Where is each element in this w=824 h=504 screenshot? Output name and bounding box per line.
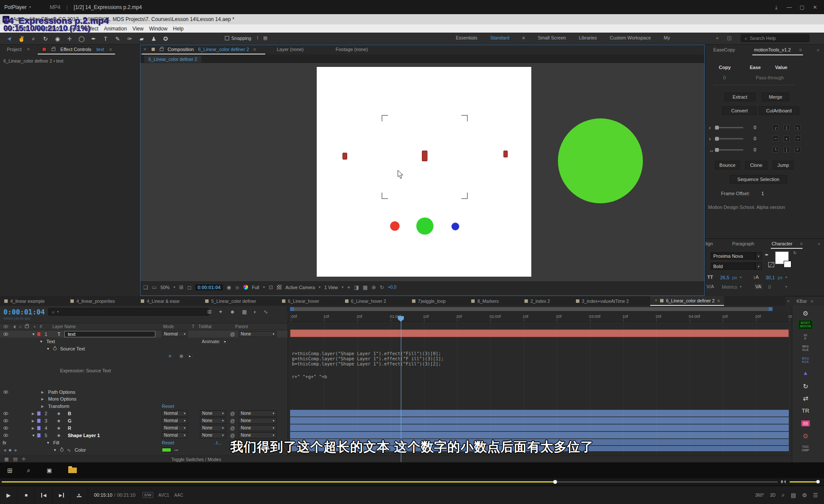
timeline-tab[interactable]: 5_Linear_color definer xyxy=(201,296,261,306)
comp-flowchart-icon[interactable]: ⊞ xyxy=(207,309,212,315)
workspace-menu-icon[interactable]: ≡ xyxy=(522,35,525,40)
collapsed-icon[interactable]: ▶ xyxy=(41,390,44,394)
anchor-slider-handle[interactable] xyxy=(715,137,719,141)
workspace-standard[interactable]: Standard xyxy=(490,35,509,40)
text-anchor-handle[interactable] xyxy=(342,153,347,160)
zoom-tool-icon[interactable]: ⌕ xyxy=(28,33,39,44)
lock-icon[interactable] xyxy=(52,48,55,51)
tab-motiontools[interactable]: motionTools_v1.2 xyxy=(754,47,791,52)
puppet-pin-tool-icon[interactable]: ✪ xyxy=(161,33,171,44)
chevron-down-icon[interactable]: ▾ xyxy=(785,275,787,279)
bounce-button[interactable]: Bounce xyxy=(715,161,740,169)
anchor-grid-button[interactable]: ─ xyxy=(795,136,801,142)
draft-3d-icon[interactable]: ✦ xyxy=(218,309,223,315)
layer-row-b[interactable]: ▶ 2 ★ B Normal▾ None▾ @ None▾ xyxy=(0,410,288,417)
mode-select[interactable]: Normal▾ xyxy=(162,432,188,438)
seek-progress[interactable] xyxy=(2,481,555,483)
snapping-checkbox[interactable] xyxy=(225,36,229,40)
selection-corner[interactable] xyxy=(461,115,468,121)
pan-behind-tool-icon[interactable]: ✛ xyxy=(64,33,75,44)
text-layer-bar[interactable] xyxy=(290,329,789,337)
collapsed-icon[interactable]: ▶ xyxy=(41,404,44,408)
tab-menu-icon[interactable]: ≡ xyxy=(717,298,720,303)
layer-bar-b[interactable] xyxy=(290,410,789,416)
expression-line[interactable]: g=thisComp.layer("Shape Layer 1").effect… xyxy=(292,356,444,361)
zoom-select[interactable]: 50% xyxy=(161,285,170,290)
menu-help[interactable]: Help xyxy=(173,26,184,32)
seek-handle[interactable] xyxy=(553,480,557,484)
volume-handle[interactable] xyxy=(816,480,820,483)
eraser-tool-icon[interactable]: ▰ xyxy=(136,33,147,44)
anchor-grid-button[interactable]: ▪ xyxy=(784,136,790,142)
group-row-more-options[interactable]: ▶ More Options xyxy=(0,395,288,402)
label-color-chip[interactable] xyxy=(37,411,41,416)
anchor-grid-button[interactable]: ┘ xyxy=(795,147,801,153)
snapping-toggle[interactable]: Snapping ⌇ ▦ xyxy=(225,35,267,41)
jump-button[interactable]: Jump xyxy=(772,161,794,169)
anchor-grid-button[interactable]: ─ xyxy=(772,136,779,142)
menu-animation[interactable]: Animation xyxy=(104,26,127,32)
layer-row-r[interactable]: ▶ 4 ★ R Normal▾ None▾ @ None▾ xyxy=(0,424,288,432)
comp-canvas[interactable]: 6298 0.9411764409439 0.232 xyxy=(317,67,531,277)
parent-pickwhip-icon[interactable]: @ xyxy=(230,426,235,431)
safe-margins-icon[interactable]: ◻ xyxy=(187,284,191,290)
seekbar[interactable] xyxy=(0,478,824,486)
mode-select[interactable]: Normal▾ xyxy=(162,331,188,337)
start-button[interactable]: ⊞ xyxy=(3,462,16,478)
layer-name[interactable]: R xyxy=(68,426,71,431)
stopwatch-icon[interactable] xyxy=(53,347,57,350)
maximize-icon[interactable]: ▢ xyxy=(796,4,809,10)
leading-value[interactable]: 30,1 xyxy=(766,275,775,280)
workspace-libraries[interactable]: Libraries xyxy=(579,35,597,40)
workspace-small-screen[interactable]: Small Screen xyxy=(538,35,566,40)
cutartboard-button[interactable]: CutArtboard xyxy=(759,106,799,115)
font-style-select[interactable]: Bold xyxy=(711,263,755,270)
menu-view[interactable]: View xyxy=(133,26,144,32)
graph-editor-icon[interactable]: ∿ xyxy=(264,309,268,315)
expand-layer-switches-icon[interactable]: ▦ xyxy=(4,456,9,462)
green-dot-shape[interactable] xyxy=(416,217,433,235)
workspace-custom-workspace[interactable]: Custom Workspace xyxy=(610,35,651,40)
merge-button[interactable]: Merge xyxy=(762,93,789,101)
workspace-essentials[interactable]: Essentials xyxy=(456,35,477,40)
timeline-button-icon[interactable]: ▦ xyxy=(363,284,367,290)
collapsed-icon[interactable]: ▶ xyxy=(32,426,34,430)
timeline-timecode[interactable]: 0:00:01:04 xyxy=(3,308,45,316)
work-area-end-handle[interactable] xyxy=(769,307,772,311)
selection-corner[interactable] xyxy=(382,193,388,199)
brush-tool-icon[interactable]: ✎ xyxy=(112,33,123,44)
expression-toggle-row[interactable]: = ⊚ ▶ xyxy=(0,352,288,359)
play-button[interactable]: ▶ xyxy=(0,486,18,504)
anchor-grid-button[interactable]: └ xyxy=(772,147,779,153)
trkmat-select[interactable]: None▾ xyxy=(200,410,226,416)
label-color-chip[interactable] xyxy=(37,433,41,438)
tr-button[interactable]: TR xyxy=(792,407,819,414)
trkmat-select[interactable]: None▾ xyxy=(200,418,226,424)
timeline-tab[interactable]: 4_linear example xyxy=(0,296,49,306)
tab-align[interactable]: lign xyxy=(706,241,713,246)
snap-angle-icon[interactable]: ⌇ xyxy=(257,35,259,41)
timeline-tab[interactable]: 2_index 2 xyxy=(520,296,554,306)
type-tool-icon[interactable]: T xyxy=(100,33,111,44)
selection-tool-icon[interactable]: ➤ xyxy=(2,31,16,45)
tab-easecopy[interactable]: EaseCopy xyxy=(713,47,735,52)
tab-effect-controls[interactable]: Effect Controls xyxy=(61,47,91,52)
refresh-icon[interactable]: ↻ xyxy=(792,383,819,390)
layer-bar-r[interactable] xyxy=(290,424,789,431)
font-size-value[interactable]: 26,5 xyxy=(720,275,729,280)
expression-pickwhip-icon[interactable]: ⊚ xyxy=(179,353,183,359)
mode-select[interactable]: Normal▾ xyxy=(162,410,188,416)
stop-button[interactable]: ■ xyxy=(18,486,35,504)
reset-color-icon[interactable]: ↻ xyxy=(793,250,797,255)
tab-project[interactable]: Project xyxy=(7,47,21,52)
label-color-chip[interactable] xyxy=(37,418,41,423)
chevron-down-icon[interactable]: ▾ xyxy=(740,285,742,289)
tab-paragraph[interactable]: Paragraph xyxy=(732,241,754,246)
text-end-handle[interactable] xyxy=(503,151,508,157)
anchor-grid-button[interactable]: ┐ xyxy=(795,124,801,130)
viewer-timecode[interactable]: 0:00:01:04 xyxy=(195,284,223,290)
dual-monitor-icon[interactable]: ❏ xyxy=(143,284,148,290)
threed-button[interactable]: 3D xyxy=(770,493,776,498)
monitor-icon[interactable]: ▭ xyxy=(152,284,157,290)
mode-column[interactable]: Mode xyxy=(163,324,174,329)
